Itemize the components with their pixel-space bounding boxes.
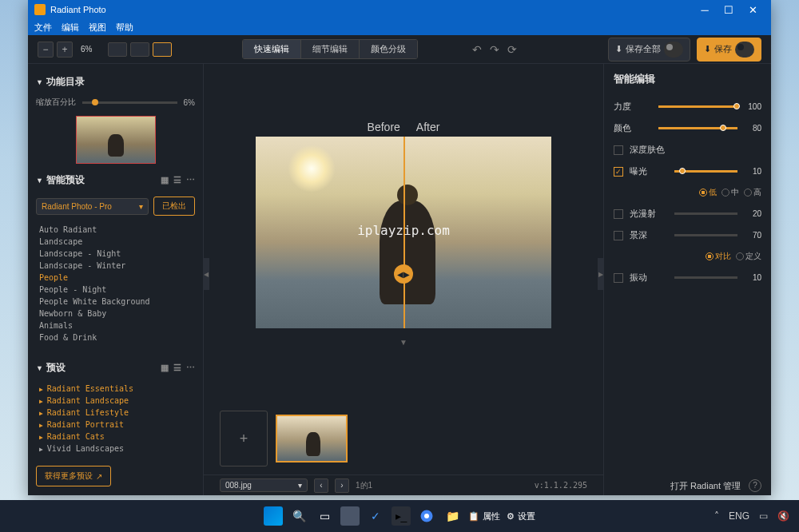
task-view-icon[interactable]: ▭ [315,506,334,526]
contrast-radio[interactable]: 对比 [706,251,731,262]
preset-item[interactable]: People - Night [36,284,195,296]
section-preset-header[interactable]: ▼ 预设 ▦☰⋯ [36,356,195,379]
preset-category[interactable]: Radiant Lifestyle [36,407,195,419]
get-more-presets-button[interactable]: 获得更多预设↗ [36,466,111,486]
custom-radio[interactable]: 定义 [736,251,761,262]
exposure-mid-radio[interactable]: 中 [721,187,739,198]
history-buttons: ↶ ↷ ⟳ [472,43,517,56]
add-image-button[interactable]: + [220,411,268,466]
collapse-right-handle[interactable]: ▶ [598,258,604,290]
more-icon[interactable]: ⋯ [186,175,195,185]
menu-help[interactable]: 帮助 [116,22,133,34]
preset-dropdown[interactable]: Radiant Photo - Pro ▾ [36,198,149,215]
preset-category[interactable]: Radiant Cats [36,431,195,443]
tab-quick-edit[interactable]: 快速编辑 [243,40,301,58]
thumbnail-preview[interactable] [76,116,156,164]
filename-dropdown[interactable]: 008.jpg▾ [220,478,308,492]
preset-category[interactable]: Radiant Portrait [36,419,195,431]
save-button[interactable]: ⬇ 保存 [697,38,761,62]
tray-network-icon[interactable]: ▭ [759,510,768,522]
diffuse-checkbox[interactable] [614,209,623,219]
exposure-low-radio[interactable]: 低 [699,187,717,198]
tray-volume-icon[interactable]: 🔇 [777,510,789,522]
collapse-left-handle[interactable]: ◀ [203,258,209,290]
maximize-button[interactable]: ☐ [717,4,741,16]
close-button[interactable]: ✕ [741,4,765,16]
save-all-toggle[interactable] [664,42,683,58]
redo-button[interactable]: ↷ [490,43,499,56]
diffuse-slider[interactable] [674,212,737,215]
menu-view[interactable]: 视图 [89,22,106,34]
taskbar-properties[interactable]: 📋属性 [468,510,500,522]
reset-button[interactable]: ⟳ [507,43,517,56]
preset-item[interactable]: Animals [36,320,195,332]
taskbar-terminal-icon[interactable]: ▸_ [392,506,411,526]
search-icon[interactable]: 🔍 [289,506,308,526]
exposure-high-radio[interactable]: 高 [744,187,761,198]
preset-category[interactable]: Radiant Essentials [36,383,195,395]
taskbar-app-1[interactable] [340,506,360,526]
taskbar-explorer-icon[interactable]: 📁 [443,506,462,526]
next-image-button[interactable]: › [335,478,349,493]
skin-checkbox[interactable] [614,145,623,155]
save-toggle[interactable] [735,42,754,58]
vibrance-slider[interactable] [674,276,737,279]
undo-button[interactable]: ↶ [472,43,482,56]
preset-item[interactable]: Auto Radiant [36,224,195,236]
color-label: 颜色 [614,122,652,134]
preset-item[interactable]: People [36,272,195,284]
preset-item[interactable]: Landscape - Night [36,248,195,260]
save-all-button[interactable]: ⬇ 保存全部 [608,38,690,62]
section-smart-preset-header[interactable]: ▼ 智能预设 ▦☰⋯ [36,169,195,192]
open-manager-link[interactable]: 打开 Radiant 管理 [670,480,741,492]
taskbar-settings[interactable]: ⚙设置 [507,510,535,522]
preset-category[interactable]: Radiant Landscape [36,395,195,407]
grid-icon[interactable]: ▦ [161,175,169,185]
zoom-in-button[interactable]: + [57,42,73,58]
scale-slider[interactable] [82,101,177,104]
before-after-labels: BeforeAfter [368,121,440,133]
preset-item[interactable]: Food & Drink [36,332,195,343]
view-compare-button[interactable] [153,42,172,57]
list-icon[interactable]: ☰ [173,363,181,373]
smart-preset-list: Auto RadiantLandscapeLandscape - NightLa… [36,220,195,347]
titlebar[interactable]: Radiant Photo ─ ☐ ✕ [28,0,771,19]
bottom-bar: 008.jpg▾ ‹ › 1的1 v:1.1.2.295 [204,474,603,495]
tab-detail-edit[interactable]: 细节编辑 [301,40,360,58]
depth-checkbox[interactable] [614,231,623,240]
exposure-slider[interactable] [674,170,737,173]
start-button[interactable] [264,506,283,526]
tray-chevron-icon[interactable]: ˄ [714,510,719,522]
color-slider[interactable] [658,127,737,129]
taskbar-app-2[interactable]: ✓ [366,506,385,526]
detect-button[interactable]: 已检出 [153,197,195,216]
preset-item[interactable]: People White Background [36,296,195,308]
chevron-down-icon: ▼ [36,364,43,372]
prev-image-button[interactable]: ‹ [314,478,328,493]
depth-slider[interactable] [674,234,737,236]
preset-item[interactable]: Landscape - Winter [36,260,195,272]
photo-canvas[interactable]: ◀▶ iplayzip.com [256,137,551,328]
list-icon[interactable]: ☰ [173,175,181,185]
help-icon[interactable]: ? [749,479,761,492]
vibrance-checkbox[interactable] [614,273,623,283]
collapse-filmstrip-handle[interactable]: ▼ [400,338,407,347]
preset-item[interactable]: Landscape [36,236,195,248]
menu-edit[interactable]: 编辑 [62,22,79,34]
preset-category[interactable]: Vivid Landscapes [36,443,195,455]
more-icon[interactable]: ⋯ [186,363,195,373]
grid-icon[interactable]: ▦ [161,363,169,373]
view-split-button[interactable] [130,42,149,57]
tray-language[interactable]: ENG [729,510,749,522]
zoom-out-button[interactable]: − [38,42,54,58]
filmstrip-thumb[interactable] [276,415,348,463]
menu-file[interactable]: 文件 [34,22,52,34]
tab-color-grade[interactable]: 颜色分级 [360,40,417,58]
view-single-button[interactable] [108,42,127,57]
taskbar-chrome-icon[interactable] [417,506,436,526]
section-function-header[interactable]: ▼ 功能目录 [36,70,195,93]
strength-slider[interactable] [658,105,737,108]
preset-item[interactable]: Newborn & Baby [36,308,195,320]
exposure-checkbox[interactable] [614,167,623,177]
minimize-button[interactable]: ─ [693,4,717,16]
